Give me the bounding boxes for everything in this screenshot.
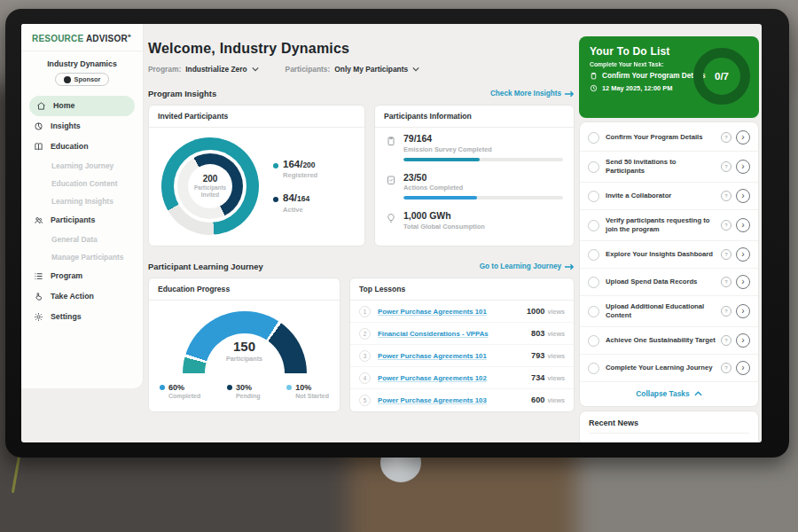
sidebar: RESOURCE ADVISOR+ Industry Dynamics Spon… — [21, 24, 143, 388]
sidebar-item-settings[interactable]: Settings — [21, 307, 143, 327]
task-checkbox[interactable] — [588, 220, 599, 231]
lesson-row: 5 Power Purchase Agreements 103 600views — [350, 389, 574, 411]
task-row[interactable]: Achieve One Sustainability Target ? › — [580, 327, 758, 355]
chevron-right-button[interactable]: › — [736, 247, 750, 262]
sidebar-item-home[interactable]: Home — [29, 96, 135, 116]
chevron-right-button[interactable]: › — [736, 333, 750, 348]
brand-primary: RESOURCE — [32, 34, 83, 43]
task-label: Explore Your Insights Dashboard — [606, 250, 716, 259]
lesson-link[interactable]: Financial Considerations - VPPAs — [378, 330, 531, 338]
sidebar-item-program[interactable]: Program — [21, 266, 143, 286]
help-icon[interactable]: ? — [721, 161, 732, 172]
chevron-down-icon — [412, 66, 419, 72]
chevron-right-button[interactable]: › — [736, 361, 750, 375]
legend-dot — [227, 385, 232, 390]
help-icon[interactable]: ? — [721, 277, 732, 287]
chevron-right-button[interactable]: › — [736, 218, 750, 232]
rank-badge: 2 — [359, 328, 371, 340]
collapse-label: Collapse Tasks — [636, 389, 689, 398]
task-checkbox[interactable] — [588, 249, 599, 261]
rank-badge: 1 — [359, 306, 371, 317]
stat-label: Actions Completed — [403, 184, 563, 192]
lesson-link[interactable]: Power Purchase Agreements 101 — [378, 308, 527, 316]
lesson-row: 2 Financial Considerations - VPPAs 803vi… — [350, 323, 574, 345]
task-row[interactable]: Complete Your Learning Journey ? › — [580, 355, 758, 382]
views-count: 600 — [531, 395, 544, 404]
task-row[interactable]: Send 50 Invitations to Participants ? › — [580, 152, 758, 183]
task-checkbox[interactable] — [588, 132, 599, 144]
active-total: 164 — [297, 194, 309, 203]
go-to-learning-journey-link[interactable]: Go to Learning Journey — [480, 262, 575, 270]
task-checkbox[interactable] — [588, 363, 599, 374]
sidebar-item-label: Participants — [51, 215, 95, 224]
task-row[interactable]: Invite a Collaborator ? › — [580, 183, 758, 210]
lesson-link[interactable]: Power Purchase Agreements 101 — [378, 352, 531, 360]
sidebar-item-take-action[interactable]: Take Action — [21, 286, 143, 307]
help-icon[interactable]: ? — [721, 220, 732, 231]
task-row[interactable]: Explore Your Insights Dashboard ? › — [580, 241, 758, 269]
registered-label: Registered — [283, 171, 317, 179]
task-row[interactable]: Verify participants requesting to join t… — [580, 210, 758, 241]
sponsor-badge-label: Sponsor — [74, 75, 101, 83]
task-checkbox[interactable] — [588, 191, 599, 202]
insights-cards-row: Invited Participants 200 Participants In… — [148, 105, 575, 246]
section-title: Participant Learning Journey — [148, 262, 263, 271]
sidebar-item-general-data[interactable]: General Data — [21, 231, 143, 248]
sponsor-badge[interactable]: Sponsor — [55, 73, 110, 86]
chevron-right-button[interactable]: › — [736, 189, 750, 203]
task-checkbox[interactable] — [588, 277, 599, 288]
help-icon[interactable]: ? — [721, 363, 732, 373]
next-task-label: Confirm Your Program Details — [602, 72, 706, 80]
card-title: Participants Information — [375, 106, 574, 128]
gear-icon — [34, 312, 43, 322]
progress-bar — [403, 196, 563, 200]
sidebar-item-learning-insights[interactable]: Learning Insights — [21, 192, 143, 210]
help-icon[interactable]: ? — [721, 249, 732, 260]
stat-value: 23/50 — [403, 173, 563, 184]
sidebar-item-manage-participants[interactable]: Manage Participants — [21, 248, 143, 266]
help-icon[interactable]: ? — [721, 306, 732, 317]
sidebar-item-education-content[interactable]: Education Content — [21, 175, 143, 192]
stat-value: 1,000 GWh — [403, 211, 563, 222]
task-row[interactable]: Upload Additional Educational Content ? … — [580, 296, 758, 327]
sidebar-item-education[interactable]: Education — [21, 137, 143, 157]
lightbulb-icon — [386, 213, 396, 223]
views-count: 793 — [531, 351, 544, 360]
task-row[interactable]: Confirm Your Program Details ? › — [580, 124, 758, 152]
sidebar-item-label: Home — [53, 101, 74, 110]
lesson-link[interactable]: Power Purchase Agreements 103 — [378, 396, 531, 404]
due-label: 12 May 2025, 12:00 PM — [602, 84, 672, 92]
collapse-tasks-link[interactable]: Collapse Tasks — [580, 382, 758, 404]
progress-bar — [403, 158, 563, 161]
sidebar-item-insights[interactable]: Insights — [21, 116, 143, 137]
help-icon[interactable]: ? — [721, 335, 732, 346]
chevron-right-button[interactable]: › — [736, 304, 750, 318]
sponsor-icon — [64, 76, 71, 83]
help-icon[interactable]: ? — [721, 191, 732, 201]
check-more-insights-link[interactable]: Check More Insights — [490, 90, 575, 98]
task-checkbox[interactable] — [588, 161, 599, 173]
sidebar-item-participants[interactable]: Participants — [21, 210, 143, 231]
lesson-link[interactable]: Power Purchase Agreements 102 — [378, 374, 531, 382]
task-label: Invite a Collaborator — [606, 192, 716, 200]
task-checkbox[interactable] — [588, 306, 599, 317]
chevron-right-button[interactable]: › — [736, 160, 750, 174]
chevron-right-button[interactable]: › — [736, 275, 750, 289]
help-icon[interactable]: ? — [721, 132, 732, 143]
sidebar-item-learning-journey[interactable]: Learning Journey — [21, 157, 143, 175]
recent-news-card: Recent News — [579, 411, 759, 442]
card-title: Education Progress — [149, 278, 340, 301]
views-count: 803 — [531, 329, 544, 338]
chevron-right-button[interactable]: › — [736, 130, 750, 145]
program-filter-value: Industrialize Zero — [185, 65, 246, 74]
brand-secondary: ADVISOR — [86, 34, 128, 43]
section-title: Program Insights — [148, 89, 216, 98]
task-row[interactable]: Upload Spend Data Records ? › — [580, 269, 758, 296]
program-filter[interactable]: Program: Industrialize Zero — [148, 65, 259, 74]
views-count: 734 — [531, 373, 544, 382]
checklist-icon — [386, 175, 396, 185]
task-label: Achieve One Sustainability Target — [606, 336, 716, 345]
participants-filter[interactable]: Participants: Only My Participants — [286, 65, 420, 74]
task-checkbox[interactable] — [588, 335, 599, 347]
learning-journey-header: Participant Learning Journey Go to Learn… — [148, 262, 575, 271]
